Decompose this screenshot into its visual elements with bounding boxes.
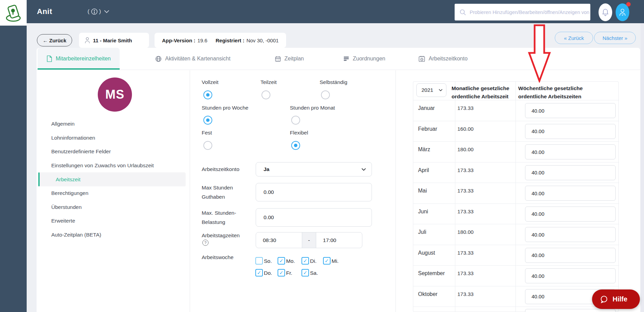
chevron-down-icon[interactable]	[104, 0, 109, 23]
weekly-hours-input[interactable]: 40.00	[525, 207, 616, 222]
weekly-hours-input[interactable]: 40.00	[525, 144, 616, 159]
help-question-icon[interactable]: ?	[202, 240, 209, 246]
employee-settings-menu: Allgemein Lohninformationen Benutzerdefi…	[38, 117, 186, 242]
time-from-input[interactable]: 08:30	[256, 232, 302, 248]
table-row: Januar 173.33 40.00	[413, 100, 619, 121]
tab-arbeitszeitkonto[interactable]: Arbeitszeitkonto	[410, 48, 477, 70]
menu-item-auto-zeitplan[interactable]: Auto-Zeitplan (BETA)	[38, 228, 186, 242]
weekly-hours-input[interactable]: 40.00	[525, 165, 616, 180]
help-button[interactable]: Hilfe	[592, 289, 640, 309]
weekly-hours-input[interactable]: 40.00	[525, 248, 616, 263]
checkbox-fr[interactable]	[278, 269, 285, 276]
mi-label: Mi.	[332, 258, 339, 264]
red-annotation-arrow	[526, 24, 552, 83]
selbstaendig-radio[interactable]	[321, 90, 330, 99]
table-row: Juni 173.33 40.00	[413, 203, 619, 224]
table-row: März 180.00 40.00	[413, 141, 619, 162]
so-label: So.	[264, 258, 272, 264]
notifications-button[interactable]	[599, 3, 612, 21]
month-label: Januar	[418, 105, 435, 111]
checkbox-do[interactable]	[255, 269, 263, 276]
month-label: Juni	[418, 209, 428, 215]
max-guthaben-input[interactable]: 0.00	[256, 183, 372, 201]
weekly-hours-input[interactable]: 40.00	[525, 124, 616, 139]
menu-item-ueberstunden[interactable]: Überstunden	[38, 200, 186, 214]
registered-label: Registriert :	[216, 38, 244, 43]
monthly-hours-value: 173.33	[457, 270, 473, 276]
currency-coin-icon[interactable]: ( )	[88, 0, 101, 23]
fest-radio[interactable]	[203, 141, 212, 150]
app-logo[interactable]	[0, 0, 27, 26]
app-name: Anit	[37, 0, 52, 23]
max-guthaben-label: Max Stunden Guthaben	[202, 183, 253, 201]
assignments-list-icon	[343, 56, 349, 62]
menu-item-erweiterte[interactable]: Erweiterte	[38, 214, 186, 228]
month-label: Juli	[418, 229, 426, 235]
person-icon	[84, 37, 90, 44]
menu-item-arbeitszeit[interactable]: Arbeitszeit	[38, 172, 186, 186]
tab-aktivitaeten-kartenansicht[interactable]: Aktivitäten & Kartenansicht	[146, 48, 239, 70]
selbstaendig-label: Selbständig	[320, 79, 347, 85]
weekly-hours-input[interactable]: 40.00	[525, 268, 616, 283]
max-belastung-input[interactable]: 0.00	[256, 208, 372, 227]
user-icon	[619, 8, 626, 17]
tab-mitarbeitereinzelheiten[interactable]: Mitarbeitereinzelheiten	[38, 48, 120, 70]
monthly-hours-value: 173.33	[457, 105, 473, 111]
table-row: Mai 173.33 40.00	[413, 183, 619, 203]
weekly-hours-input[interactable]: 40.00	[525, 186, 616, 201]
page-scrollbar[interactable]	[641, 23, 644, 312]
month-label: Februar	[418, 126, 437, 132]
search-placeholder: Probieren Hinzufügen/Bearbeiten/öffnen/A…	[470, 10, 589, 15]
globe-icon	[155, 56, 162, 62]
checkbox-di[interactable]	[301, 257, 309, 265]
month-label: September	[418, 270, 445, 276]
logo-icon	[4, 4, 23, 22]
registered-value: Nov 30, -0001	[246, 38, 279, 43]
stunden-pro-monat-label: Stunden pro Monat	[290, 105, 335, 111]
table-row: Februar 160.00 40.00	[413, 121, 619, 142]
monthly-hours-value: 173.33	[457, 250, 473, 256]
menu-item-allgemein[interactable]: Allgemein	[38, 117, 186, 131]
employee-chip[interactable]: 11 - Marie Smith	[79, 33, 149, 48]
menu-item-lohninformationen[interactable]: Lohninformationen	[38, 131, 186, 145]
checkbox-mi[interactable]	[323, 257, 331, 265]
checkbox-so[interactable]	[255, 257, 263, 265]
weekly-hours-input[interactable]: 40.00	[525, 103, 616, 118]
weekly-hours-input[interactable]: 40.00	[525, 227, 616, 242]
menu-item-berechtigungen[interactable]: Berechtigungen	[38, 186, 186, 200]
max-belastung-label: Max. Stunden-Belastung	[202, 208, 253, 227]
menu-item-benutzerdefinierte-felder[interactable]: Benutzerdefinierte Felder	[38, 145, 186, 159]
teilzeit-radio[interactable]	[261, 90, 270, 99]
time-to-input[interactable]: 17:00	[316, 232, 362, 248]
table-row: September 173.33 40.00	[413, 265, 619, 286]
stunden-pro-monat-radio[interactable]	[291, 116, 300, 125]
month-label: März	[418, 146, 430, 153]
next-employee-button[interactable]: Nächster »	[594, 32, 636, 44]
prev-employee-button[interactable]: « Zurück	[555, 32, 593, 44]
stunden-pro-woche-radio[interactable]	[203, 116, 212, 125]
tab-zuordnungen[interactable]: Zuordnungen	[334, 48, 394, 70]
year-select[interactable]: 2021	[416, 83, 446, 97]
vollzeit-radio[interactable]	[203, 90, 212, 99]
workday-times-group: 08:30 - 17:00	[256, 232, 362, 248]
stunden-pro-woche-label: Stunden pro Woche	[202, 105, 249, 111]
checkbox-mo[interactable]	[278, 257, 285, 265]
main-sidebar	[0, 23, 27, 312]
schedule-calendar-icon	[275, 56, 281, 62]
bell-icon	[602, 8, 609, 16]
table-row: April 173.33 40.00	[413, 162, 619, 183]
employee-name: 11 - Marie Smith	[93, 38, 132, 43]
tab-zeitplan[interactable]: Zeitplan	[266, 48, 313, 70]
search-icon	[459, 9, 466, 16]
monthly-hours-value: 173.33	[457, 188, 473, 194]
back-button[interactable]: ← Zurück	[37, 34, 72, 46]
menu-item-urlaubszeit-zuwachs[interactable]: Einstellungen von Zuwachs von Urlaubszei…	[38, 159, 186, 173]
arbeitszeitkonto-select[interactable]: Ja	[256, 162, 372, 176]
global-search-input[interactable]: Probieren Hinzufügen/Bearbeiten/öffnen/A…	[455, 4, 590, 20]
monthly-hours-value: 160.00	[457, 126, 473, 132]
monthly-hours-value: 173.33	[457, 209, 473, 215]
teilzeit-label: Teilzeit	[260, 79, 277, 85]
flexibel-radio[interactable]	[291, 141, 300, 150]
weekly-hours-input[interactable]	[525, 309, 616, 312]
checkbox-sa[interactable]	[301, 269, 309, 276]
